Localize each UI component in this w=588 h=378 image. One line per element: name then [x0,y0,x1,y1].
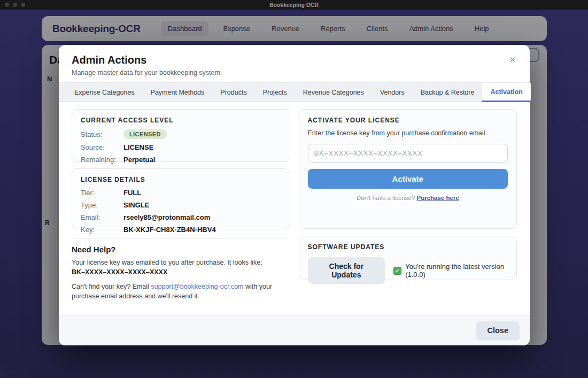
help-line1: Your license key was emailed to you afte… [72,259,262,266]
type-label: Type: [81,201,123,209]
tier-row: Tier: FULL [81,189,281,197]
activation-right-column: ACTIVATE YOUR LICENSE Enter the license … [299,109,517,306]
type-row: Type: SINGLE [81,201,281,209]
status-row: Status: LICENSED [81,129,281,139]
current-access-level-card: CURRENT ACCESS LEVEL Status: LICENSED So… [72,109,290,162]
license-details-card: LICENSE DETAILS Tier: FULL Type: SINGLE … [72,168,290,229]
check-for-updates-button[interactable]: Check for Updates [308,257,385,284]
remaining-value: Perpetual [123,156,155,164]
remaining-label: Remaining: [81,156,123,164]
check-icon: ✓ [393,267,401,275]
email-value: rseely85@protonmail.com [123,213,210,221]
app-window: Bookkeeping OCR Bookkeeping-OCR Dashboar… [0,0,588,378]
desktop-background: Bookkeeping-OCR Dashboard Expense Revenu… [0,10,588,378]
tab-expense-categories[interactable]: Expense Categories [66,83,143,102]
tab-revenue-categories[interactable]: Revenue Categories [295,83,372,102]
email-label: Email: [81,213,123,221]
tab-activation[interactable]: Activation [482,83,530,102]
zoom-window-button[interactable] [21,3,25,7]
activate-description: Enter the license key from your purchase… [308,129,508,137]
version-status: ✓ You're running the latest version (1.0… [393,263,508,279]
modal-footer: Close [59,315,530,345]
license-key-input[interactable] [308,144,508,163]
type-value: SINGLE [123,201,149,209]
window-controls [5,3,25,7]
key-value: BK-XKJF-CH8X-ZB4N-HBV4 [123,226,216,234]
purchase-note-text: Don't have a license? [357,195,417,201]
licensed-status-badge: LICENSED [123,129,167,139]
activate-button[interactable]: Activate [308,169,508,189]
activate-license-card: ACTIVATE YOUR LICENSE Enter the license … [299,109,517,229]
purchase-note: Don't have a license? Purchase here [308,195,508,201]
macos-titlebar: Bookkeeping OCR [0,0,588,10]
tier-value: FULL [123,189,141,197]
need-help-heading: Need Help? [72,245,290,254]
version-status-text: You're running the latest version (1.0.0… [405,263,508,279]
remaining-row: Remaining: Perpetual [81,156,281,164]
purchase-here-link[interactable]: Purchase here [417,195,459,201]
close-window-button[interactable] [5,3,9,7]
email-row: Email: rseely85@protonmail.com [81,213,281,221]
support-email-link[interactable]: support@bookkeeping-ocr.com [151,283,243,290]
tier-label: Tier: [81,189,123,197]
tab-payment-methods[interactable]: Payment Methods [143,83,213,102]
access-heading: CURRENT ACCESS LEVEL [81,117,281,124]
source-label: Source: [81,143,123,151]
help-text-2: Can't find your key? Email support@bookk… [72,282,290,301]
updates-row: Check for Updates ✓ You're running the l… [308,257,508,284]
close-icon[interactable]: ✕ [509,56,516,64]
help-line2-prefix: Can't find your key? Email [72,283,151,290]
source-row: Source: LICENSE [81,143,281,151]
activation-left-column: CURRENT ACCESS LEVEL Status: LICENSED So… [72,109,290,306]
updates-heading: SOFTWARE UPDATES [308,243,508,251]
tab-products[interactable]: Products [212,83,254,102]
need-help-section: Need Help? Your license key was emailed … [72,245,290,301]
modal-tab-bar: Expense Categories Payment Methods Produ… [59,82,530,102]
close-button[interactable]: Close [476,321,520,340]
activate-heading: ACTIVATE YOUR LICENSE [308,117,508,124]
software-updates-card: SOFTWARE UPDATES Check for Updates ✓ You… [299,236,517,280]
tab-projects[interactable]: Projects [255,83,295,102]
tab-backup-restore[interactable]: Backup & Restore [413,83,483,102]
license-key-format: BK–XXXX–XXXX–XXXX–XXXX [72,268,167,276]
status-label: Status: [81,130,123,138]
divider [73,238,289,238]
source-value: LICENSE [123,143,153,151]
help-text-1: Your license key was emailed to you afte… [72,258,290,277]
key-label: Key: [81,226,123,234]
details-heading: LICENSE DETAILS [81,176,281,183]
window-title: Bookkeeping OCR [0,2,588,8]
admin-actions-modal: Admin Actions Manage master data for you… [59,45,530,345]
tab-vendors[interactable]: Vendors [372,83,413,102]
minimize-window-button[interactable] [13,3,17,7]
modal-header: Admin Actions Manage master data for you… [59,45,530,82]
modal-title: Admin Actions [72,54,517,66]
key-row: Key: BK-XKJF-CH8X-ZB4N-HBV4 [81,226,281,234]
activation-panel: CURRENT ACCESS LEVEL Status: LICENSED So… [59,102,530,306]
modal-subtitle: Manage master data for your bookkeeping … [72,69,517,76]
